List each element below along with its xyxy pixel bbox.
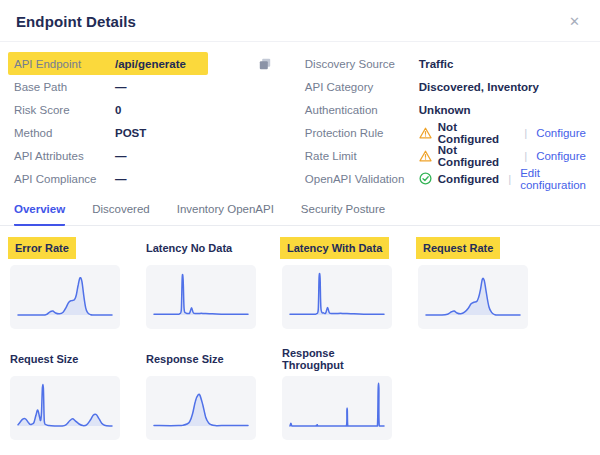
field-label: Risk Score [14, 104, 115, 116]
field-label: Base Path [14, 81, 115, 93]
field-rate-limit: Rate Limit Not Configured | Configure [258, 144, 586, 167]
status-text: Not Configured [438, 144, 515, 168]
copy-icon[interactable] [258, 57, 272, 71]
chart-latency-no-data: Latency No Data [146, 237, 256, 329]
details-right-column: Discovery Source Traffic API Category Di… [258, 52, 586, 190]
sparkline-chart [10, 265, 120, 329]
chart-request-rate: Request Rate [418, 237, 528, 329]
chart-response-size: Response Size [146, 348, 256, 440]
configure-link[interactable]: Configure [536, 150, 586, 162]
sparkline-chart [10, 376, 120, 440]
field-risk-score: Risk Score 0 [14, 98, 258, 121]
sparkline-chart [282, 265, 392, 329]
field-label: API Endpoint [14, 58, 115, 70]
field-label: Method [14, 127, 115, 139]
field-api-endpoint: API Endpoint /api/generate [8, 52, 208, 75]
tab-overview[interactable]: Overview [14, 203, 65, 226]
field-value: Unknown [419, 104, 471, 116]
tab-security-posture[interactable]: Security Posture [301, 203, 385, 225]
field-protection-rule: Protection Rule Not Configured | Configu… [258, 121, 586, 144]
chart-title: Request Size [10, 353, 78, 365]
field-method: Method POST [14, 121, 258, 144]
tab-discovered[interactable]: Discovered [92, 203, 150, 225]
warning-icon [419, 127, 432, 139]
field-value: — [115, 81, 127, 93]
chart-title: Latency With Data [280, 237, 389, 259]
chart-latency-with-data: Latency With Data [282, 237, 392, 329]
check-circle-icon [419, 172, 432, 185]
sparkline-chart [418, 265, 528, 329]
chart-title: Error Rate [8, 237, 76, 259]
field-discovery-source: Discovery Source Traffic [258, 52, 586, 75]
field-label: API Compliance [14, 173, 115, 185]
chart-request-size: Request Size [10, 348, 120, 440]
page-title: Endpoint Details [16, 13, 136, 30]
details-left-column: API Endpoint /api/generate Base Path — R… [14, 52, 258, 190]
chart-title: Response Size [146, 353, 224, 365]
field-openapi-validation: OpenAPI Validation Configured | Edit con… [258, 167, 586, 190]
field-value: — [115, 173, 127, 185]
field-authentication: Authentication Unknown [258, 98, 586, 121]
empty-grid-cell [418, 348, 528, 440]
sparkline-chart [146, 376, 256, 440]
sparkline-chart [282, 376, 392, 440]
chart-error-rate: Error Rate [10, 237, 120, 329]
field-label: API Category [305, 81, 419, 93]
field-value: Traffic [419, 58, 454, 70]
configure-link[interactable]: Configure [536, 127, 586, 139]
chart-title: Request Rate [416, 237, 500, 259]
charts-section: Error Rate Latency No Data Latency With … [0, 226, 600, 440]
field-label: Protection Rule [305, 127, 419, 139]
field-api-attributes: API Attributes — [14, 144, 258, 167]
endpoint-details-panel: Endpoint Details ✕ API Endpoint /api/gen… [0, 0, 600, 455]
status-text: Configured [438, 173, 499, 185]
field-value: 0 [115, 104, 121, 116]
field-value: /api/generate [115, 58, 186, 70]
field-label: Discovery Source [305, 58, 419, 70]
field-label: Authentication [305, 104, 419, 116]
warning-icon [419, 150, 432, 162]
chart-title: Latency No Data [146, 242, 232, 254]
field-value: POST [115, 127, 146, 139]
separator: | [508, 173, 511, 185]
close-icon[interactable]: ✕ [565, 13, 584, 30]
field-label: API Attributes [14, 150, 115, 162]
field-value: Discovered, Inventory [419, 81, 539, 93]
edit-configuration-link[interactable]: Edit configuration [520, 167, 586, 191]
status-text: Not Configured [438, 121, 515, 145]
tab-inventory-openapi[interactable]: Inventory OpenAPI [177, 203, 274, 225]
field-base-path: Base Path — [14, 75, 258, 98]
field-label: Rate Limit [305, 150, 419, 162]
chart-response-throughput: Response Throughput [282, 348, 392, 440]
panel-header: Endpoint Details ✕ [0, 0, 600, 42]
separator: | [524, 127, 527, 139]
details-section: API Endpoint /api/generate Base Path — R… [0, 42, 600, 190]
sparkline-chart [146, 265, 256, 329]
field-api-compliance: API Compliance — [14, 167, 258, 190]
field-label: OpenAPI Validation [305, 173, 419, 185]
chart-title: Response Throughput [282, 347, 392, 371]
field-value: — [115, 150, 127, 162]
separator: | [524, 150, 527, 162]
field-api-category: API Category Discovered, Inventory [258, 75, 586, 98]
tab-bar: Overview Discovered Inventory OpenAPI Se… [0, 203, 600, 226]
